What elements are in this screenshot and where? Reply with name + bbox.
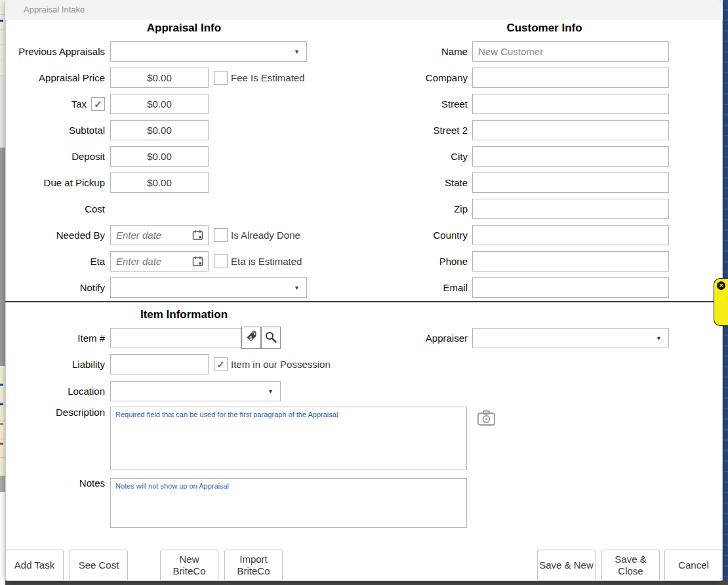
location-label: Location [5,381,105,401]
zip-row: Zip [0,199,728,219]
liability-label: Liability [5,354,105,374]
liability-input[interactable] [110,354,209,374]
description-textarea[interactable]: Required field that can be used for the … [110,407,467,470]
section-divider [5,301,723,302]
country-label: Country [302,225,468,245]
appraisal-info-header: Appraisal Info [5,22,363,37]
appraiser-row: Appraiser ▼ [0,328,728,348]
screen: Appraisal Intake Appraisal Info Customer… [0,0,728,585]
description-label: Description [5,407,105,418]
email-label: Email [302,277,468,298]
street-row: Street [0,94,728,114]
chevron-down-icon: ▼ [656,335,662,341]
email-row: Email [0,277,728,298]
cancel-button[interactable]: Cancel [664,550,723,581]
help-tab-label: HELP [719,292,728,323]
street2-row: Street 2 [0,120,728,140]
check-icon: ✓ [216,359,225,370]
customer-info-header: Customer Info [403,22,685,37]
chevron-down-icon: ▼ [268,388,273,394]
camera-icon[interactable] [477,409,496,427]
email-input[interactable] [472,277,669,298]
company-input[interactable] [472,68,669,88]
street2-label: Street 2 [302,120,468,140]
item-information-header: Item Information [5,308,363,324]
import-briteco-button[interactable]: Import BriteCo [224,550,283,581]
add-task-button[interactable]: Add Task [5,550,64,581]
phone-input[interactable] [472,251,669,272]
appraiser-label: Appraiser [302,328,468,348]
location-dropdown[interactable]: ▼ [110,381,281,401]
save-and-new-button[interactable]: Save & New [537,550,596,581]
company-row: Company [0,68,728,88]
state-row: State [0,172,728,193]
location-row: Location ▼ [0,381,728,401]
name-input[interactable] [472,41,669,62]
phone-row: Phone [0,251,728,272]
phone-label: Phone [302,251,468,272]
street-label: Street [302,94,468,114]
help-close-icon[interactable]: ✕ [717,281,725,290]
city-input[interactable] [472,146,669,167]
dialog-title: Appraisal Intake [24,0,85,20]
state-label: State [302,172,468,193]
item-in-possession-checkbox[interactable]: ✓ [214,357,228,371]
appraiser-dropdown[interactable]: ▼ [472,328,669,348]
item-in-possession-label: Item in our Possession [231,354,331,374]
notes-textarea[interactable]: Notes will not show up on Appraisal [110,478,467,528]
name-row: Name [0,41,728,62]
background-window-bottom-strip [4,580,728,585]
description-row: Description Required field that can be u… [0,407,728,471]
see-cost-button[interactable]: See Cost [70,550,128,581]
zip-label: Zip [302,199,468,219]
street2-input[interactable] [472,120,669,140]
zip-input[interactable] [472,199,669,219]
help-tab[interactable]: ✕ HELP [714,278,728,326]
name-label: Name [302,41,468,62]
company-label: Company [302,68,468,88]
save-and-close-button[interactable]: Save & Close [601,550,660,581]
city-row: City [0,146,728,167]
country-input[interactable] [472,225,669,245]
dialog-titlebar[interactable]: Appraisal Intake [5,0,723,20]
notes-label: Notes [5,477,105,489]
state-input[interactable] [472,172,669,193]
new-briteco-button[interactable]: New BriteCo [160,550,218,581]
street-input[interactable] [472,94,669,114]
city-label: City [302,146,468,167]
notes-row: Notes Notes will not show up on Appraisa… [0,477,728,529]
country-row: Country [0,225,728,245]
liability-row: Liability ✓ Item in our Possession [0,354,728,374]
